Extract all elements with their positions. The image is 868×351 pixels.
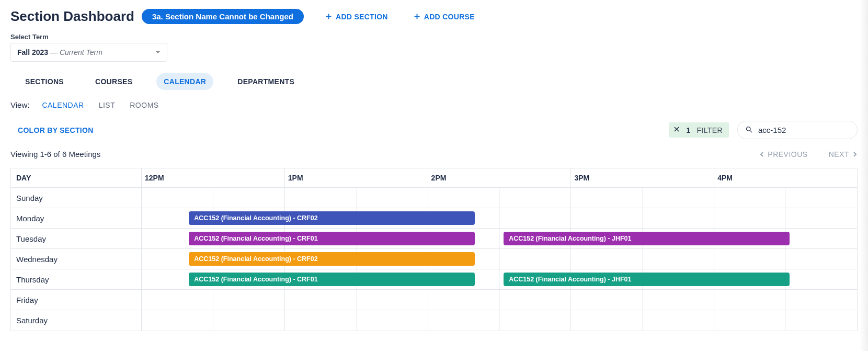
term-suffix: Current Term bbox=[60, 48, 102, 56]
tab-courses[interactable]: COURSES bbox=[88, 73, 140, 90]
view-label: View: bbox=[10, 100, 29, 109]
view-option-calendar[interactable]: CALENDAR bbox=[42, 101, 84, 109]
calendar-event[interactable]: ACC152 (Financial Accounting) - JHF01 bbox=[504, 232, 790, 245]
plus-icon bbox=[325, 13, 333, 20]
add-course-label: ADD COURSE bbox=[424, 13, 475, 21]
tab-calendar[interactable]: CALENDAR bbox=[156, 73, 213, 90]
svg-point-6 bbox=[747, 127, 751, 131]
day-label: Thursday bbox=[11, 269, 142, 289]
day-grid bbox=[142, 290, 857, 310]
calendar-event[interactable]: ACC152 (Financial Accounting) - JHF01 bbox=[504, 273, 790, 286]
close-icon[interactable] bbox=[673, 126, 680, 134]
hour-header: 2PM bbox=[428, 168, 572, 187]
view-option-list[interactable]: LIST bbox=[99, 101, 116, 109]
svg-line-7 bbox=[750, 130, 752, 132]
day-label: Saturday bbox=[11, 310, 142, 331]
day-row: ThursdayACC152 (Financial Accounting) - … bbox=[11, 269, 857, 290]
step-badge: 3a. Section Name Cannot be Changed bbox=[142, 9, 304, 24]
day-row: Friday bbox=[11, 290, 857, 310]
search-box[interactable] bbox=[737, 121, 858, 139]
hour-header: 4PM bbox=[714, 168, 857, 187]
term-label: Select Term bbox=[10, 33, 858, 41]
chevron-left-icon bbox=[759, 152, 764, 157]
previous-button[interactable]: PREVIOUS bbox=[759, 150, 807, 158]
filter-chip[interactable]: 1 FILTER bbox=[669, 122, 729, 138]
add-section-button[interactable]: ADD SECTION bbox=[321, 10, 392, 23]
day-grid: ACC152 (Financial Accounting) - CRF02 bbox=[142, 249, 857, 269]
tab-departments[interactable]: DEPARTMENTS bbox=[230, 73, 302, 90]
next-button[interactable]: NEXT bbox=[829, 150, 858, 158]
filter-label: FILTER bbox=[696, 126, 723, 134]
pager-summary: Viewing 1-6 of 6 Meetings bbox=[10, 150, 100, 158]
day-header: DAY bbox=[11, 168, 142, 187]
search-icon bbox=[745, 126, 753, 135]
calendar-event[interactable]: ACC152 (Financial Accounting) - CRF01 bbox=[189, 273, 475, 286]
plus-icon bbox=[413, 13, 421, 20]
day-label: Monday bbox=[11, 208, 142, 228]
day-grid bbox=[142, 188, 857, 208]
day-row: WednesdayACC152 (Financial Accounting) -… bbox=[11, 249, 857, 269]
view-option-rooms[interactable]: ROOMS bbox=[130, 101, 158, 109]
day-row: Saturday bbox=[11, 310, 857, 331]
day-label: Friday bbox=[11, 290, 142, 310]
term-value: Fall 2023 bbox=[17, 48, 48, 56]
term-select[interactable]: Fall 2023 — Current Term bbox=[10, 43, 167, 62]
add-course-button[interactable]: ADD COURSE bbox=[409, 10, 479, 23]
primary-tabs: SECTIONSCOURSESCALENDARDEPARTMENTS bbox=[10, 73, 858, 90]
calendar: DAY 12PM1PM2PM3PM4PM SundayMondayACC152 … bbox=[10, 168, 858, 331]
day-row: MondayACC152 (Financial Accounting) - CR… bbox=[11, 208, 857, 229]
calendar-event[interactable]: ACC152 (Financial Accounting) - CRF02 bbox=[189, 211, 475, 225]
color-by-section-button[interactable]: COLOR BY SECTION bbox=[10, 126, 94, 134]
calendar-event[interactable]: ACC152 (Financial Accounting) - CRF02 bbox=[189, 252, 475, 266]
day-grid: ACC152 (Financial Accounting) - CRF01ACC… bbox=[142, 269, 857, 289]
hour-header: 12PM bbox=[142, 168, 285, 187]
day-label: Sunday bbox=[11, 188, 142, 208]
hour-header: 3PM bbox=[571, 168, 714, 187]
page-title: Section Dashboard bbox=[10, 8, 134, 25]
day-label: Tuesday bbox=[11, 229, 142, 248]
calendar-header: DAY 12PM1PM2PM3PM4PM bbox=[11, 168, 857, 188]
next-label: NEXT bbox=[829, 150, 849, 158]
day-row: TuesdayACC152 (Financial Accounting) - C… bbox=[11, 229, 857, 249]
chevron-right-icon bbox=[852, 152, 858, 157]
day-grid: ACC152 (Financial Accounting) - CRF02 bbox=[142, 208, 857, 228]
hour-header: 1PM bbox=[285, 168, 428, 187]
day-row: Sunday bbox=[11, 188, 857, 208]
filter-count: 1 bbox=[687, 126, 691, 134]
caret-down-icon bbox=[155, 48, 161, 56]
day-grid: ACC152 (Financial Accounting) - CRF01ACC… bbox=[142, 229, 857, 248]
day-label: Wednesday bbox=[11, 249, 142, 269]
search-input[interactable] bbox=[757, 125, 859, 135]
calendar-event[interactable]: ACC152 (Financial Accounting) - CRF01 bbox=[189, 232, 475, 245]
previous-label: PREVIOUS bbox=[768, 150, 807, 158]
add-section-label: ADD SECTION bbox=[336, 13, 388, 21]
day-grid bbox=[142, 310, 857, 331]
tab-sections[interactable]: SECTIONS bbox=[18, 73, 71, 90]
